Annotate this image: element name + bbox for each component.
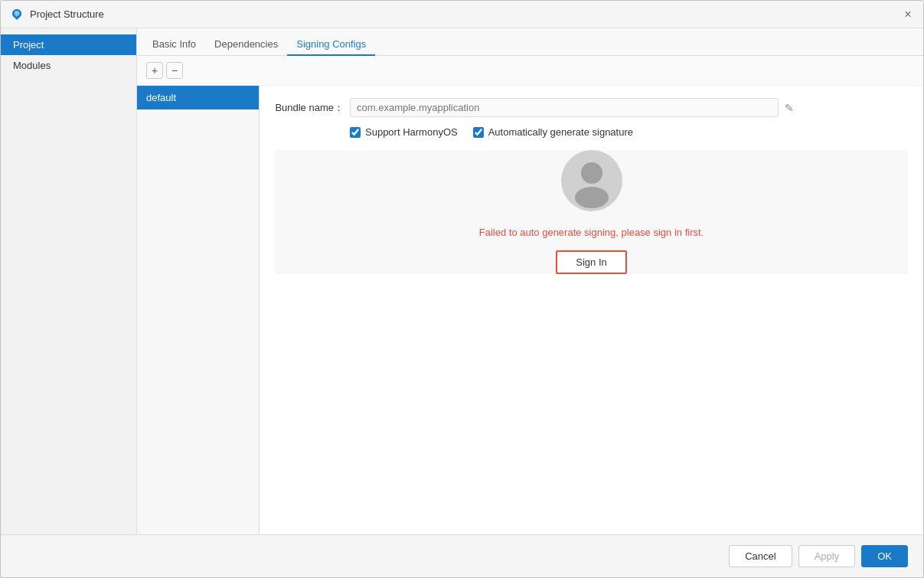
project-structure-dialog: Project Structure × Project Modules Basi… [0, 0, 924, 578]
bundle-name-label: Bundle name： [275, 101, 344, 115]
toolbar-row: + − [137, 56, 923, 86]
signin-message: Failed to auto generate signing, please … [479, 227, 704, 238]
sidebar-item-project[interactable]: Project [1, 34, 136, 55]
main-content: Basic Info Dependencies Signing Configs … [137, 28, 923, 534]
apply-button[interactable]: Apply [798, 545, 856, 567]
checkbox-row: Support HarmonyOS Automatically generate… [350, 126, 908, 138]
title-bar: Project Structure × [1, 1, 923, 28]
auto-generate-signature-checkbox[interactable] [473, 127, 484, 138]
app-icon [10, 8, 24, 21]
support-harmonyos-label: Support HarmonyOS [350, 126, 458, 138]
config-item-default[interactable]: default [137, 86, 259, 109]
auto-generate-signature-text: Automatically generate signature [488, 126, 633, 138]
tab-signing-configs[interactable]: Signing Configs [287, 34, 375, 56]
bundle-name-row: Bundle name： ✎ [275, 98, 908, 117]
content-panel: + − default Bundle name： [137, 56, 923, 534]
dialog-footer: Cancel Apply OK [1, 534, 923, 577]
config-list: default [137, 86, 260, 534]
tab-basic-info[interactable]: Basic Info [143, 34, 205, 56]
support-harmonyos-text: Support HarmonyOS [365, 126, 458, 138]
svg-point-1 [581, 162, 602, 184]
support-harmonyos-checkbox[interactable] [350, 127, 361, 138]
add-config-button[interactable]: + [146, 62, 163, 79]
ok-button[interactable]: OK [861, 545, 908, 567]
remove-config-button[interactable]: − [166, 62, 183, 79]
edit-icon[interactable]: ✎ [785, 102, 794, 114]
auto-generate-signature-label: Automatically generate signature [473, 126, 633, 138]
signin-button[interactable]: Sign In [556, 250, 626, 274]
dialog-title: Project Structure [30, 8, 104, 20]
center-area: Failed to auto generate signing, please … [275, 150, 908, 274]
title-bar-left: Project Structure [10, 8, 104, 21]
cancel-button[interactable]: Cancel [729, 545, 792, 567]
tab-dependencies[interactable]: Dependencies [205, 34, 287, 56]
sidebar-item-modules[interactable]: Modules [1, 55, 136, 76]
split-panel: default Bundle name： ✎ [137, 86, 923, 534]
close-button[interactable]: × [902, 8, 914, 21]
bundle-name-input[interactable] [350, 98, 779, 117]
settings-panel: Bundle name： ✎ Support HarmonyOS [260, 86, 923, 534]
svg-point-2 [575, 187, 609, 208]
dialog-body: Project Modules Basic Info Dependencies … [1, 28, 923, 534]
sidebar: Project Modules [1, 28, 137, 534]
tabs-bar: Basic Info Dependencies Signing Configs [137, 28, 923, 56]
user-avatar-icon [561, 150, 622, 211]
